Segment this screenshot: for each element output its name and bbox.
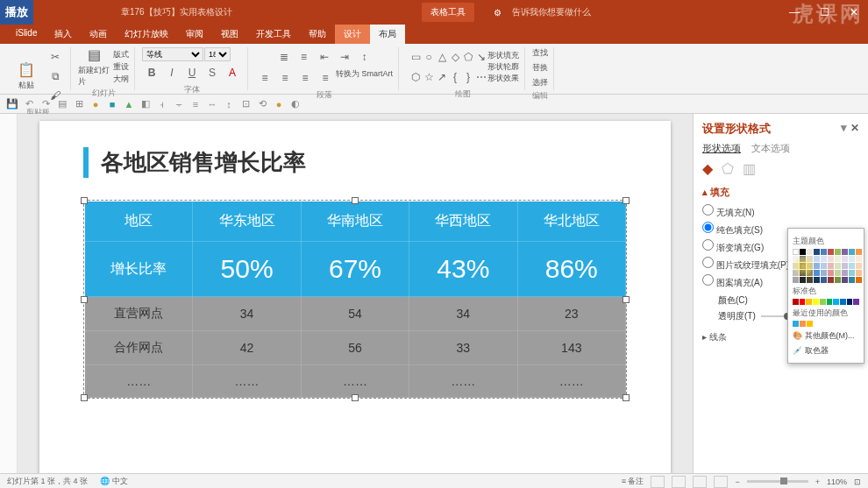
panel-close-icon[interactable]: ✕: [850, 122, 859, 134]
cell[interactable]: 43%: [409, 242, 517, 297]
qat-btn[interactable]: ≡: [189, 97, 203, 111]
shapes-gallery[interactable]: ▭○△◇⬠↘ ⬡☆↗{}⋯: [406, 47, 484, 87]
reset-btn[interactable]: 重设: [113, 60, 129, 73]
italic-icon[interactable]: I: [162, 63, 181, 82]
size-tab-icon[interactable]: ▥: [743, 160, 756, 177]
fill-tab-icon[interactable]: ◆: [702, 160, 713, 177]
tab-text-options[interactable]: 文本选项: [751, 143, 790, 153]
align-center-icon[interactable]: ≡: [275, 68, 295, 88]
tab-shape-options[interactable]: 形状选项: [702, 143, 741, 153]
cell[interactable]: 50%: [193, 242, 301, 297]
qat-btn[interactable]: ●: [272, 97, 286, 111]
col-hdr[interactable]: 地区: [85, 202, 193, 242]
new-slide[interactable]: ▤新建幻灯片: [78, 47, 110, 86]
slide-canvas[interactable]: 各地区销售增长比率 地区 华东地区 华南地区 华西地区 华北地区 增长比率 50: [18, 114, 693, 473]
play-corner[interactable]: 播放: [0, 0, 33, 25]
align-right-icon[interactable]: ≡: [295, 68, 315, 88]
sorter-view-icon[interactable]: [672, 476, 686, 488]
outline-collapsed[interactable]: [0, 114, 18, 473]
underline-icon[interactable]: U: [182, 63, 202, 82]
col-hdr[interactable]: 华南地区: [301, 202, 409, 242]
close-icon[interactable]: ✕: [840, 0, 868, 25]
qat-btn[interactable]: ■: [105, 97, 119, 111]
theme-swatches[interactable]: [793, 249, 859, 283]
ribbon-tab[interactable]: 审阅: [177, 25, 212, 44]
cell[interactable]: ……: [409, 365, 517, 398]
layout-btn[interactable]: 版式: [113, 48, 129, 60]
row-label[interactable]: 增长比率: [85, 242, 193, 297]
select-btn[interactable]: 选择: [532, 77, 548, 88]
zoom-out[interactable]: −: [735, 477, 739, 486]
zoom-level[interactable]: 110%: [827, 477, 847, 486]
contextual-tab-table[interactable]: 表格工具: [422, 3, 474, 22]
align-left-icon[interactable]: ≡: [255, 68, 274, 88]
cell[interactable]: 34: [193, 297, 301, 331]
cell[interactable]: 54: [301, 297, 409, 331]
col-hdr[interactable]: 华西地区: [409, 202, 517, 242]
cell[interactable]: ……: [193, 365, 301, 398]
eyedropper[interactable]: 💉 取色器: [793, 343, 859, 358]
minimize-icon[interactable]: —: [780, 0, 808, 25]
save-icon[interactable]: 💾: [5, 97, 19, 111]
qat-btn[interactable]: ▤: [55, 97, 69, 111]
ribbon-tab-design[interactable]: 设计: [335, 25, 370, 44]
reading-view-icon[interactable]: [693, 476, 707, 488]
copy-button[interactable]: ⧉: [46, 67, 65, 86]
qat-btn[interactable]: ⊡: [238, 97, 253, 111]
language[interactable]: 🌐 中文: [100, 476, 128, 487]
line-spacing-icon[interactable]: ↕: [355, 47, 374, 67]
find-btn[interactable]: 查找: [532, 47, 548, 59]
qat-btn[interactable]: ●: [89, 97, 103, 111]
qat-btn[interactable]: ⫞: [155, 97, 169, 111]
row-label[interactable]: 直营网点: [85, 297, 193, 331]
ribbon-tab[interactable]: 帮助: [300, 25, 335, 44]
cell[interactable]: 33: [409, 331, 517, 365]
cell[interactable]: ……: [517, 365, 625, 398]
normal-view-icon[interactable]: [651, 476, 665, 488]
indent-inc-icon[interactable]: ⇥: [335, 47, 354, 67]
ribbon-tab[interactable]: 插入: [46, 25, 81, 44]
smartart-btn[interactable]: 转换为 SmartArt: [336, 68, 393, 88]
ribbon-tab[interactable]: 视图: [212, 25, 247, 44]
cell[interactable]: 34: [409, 297, 517, 331]
qat-btn[interactable]: ↕: [222, 97, 236, 111]
notes-toggle[interactable]: ≡ 备注: [622, 476, 644, 487]
qat-btn[interactable]: ⫟: [172, 97, 186, 111]
cell[interactable]: 67%: [301, 242, 409, 297]
effects-tab-icon[interactable]: ⬠: [722, 160, 734, 177]
data-table[interactable]: 地区 华东地区 华南地区 华西地区 华北地区 增长比率 50% 67% 43% …: [84, 201, 626, 398]
tell-me[interactable]: 告诉我你想要做什么: [512, 6, 591, 18]
more-colors[interactable]: 🎨 其他颜色(M)...: [793, 329, 859, 343]
standard-swatches[interactable]: [793, 299, 859, 305]
zoom-in[interactable]: +: [815, 477, 820, 486]
undo-icon[interactable]: ↶: [22, 97, 36, 111]
table-selection[interactable]: 地区 华东地区 华南地区 华西地区 华北地区 增长比率 50% 67% 43% …: [83, 200, 627, 399]
row-label[interactable]: 合作网点: [85, 331, 193, 365]
font-color-icon[interactable]: A: [223, 63, 242, 82]
row-label[interactable]: ……: [85, 365, 193, 398]
cell[interactable]: 42: [193, 331, 301, 365]
cell[interactable]: 86%: [517, 242, 625, 297]
indent-dec-icon[interactable]: ⇤: [315, 47, 334, 67]
ribbon-tab[interactable]: 幻灯片放映: [116, 25, 177, 44]
recent-swatches[interactable]: [793, 321, 859, 327]
ribbon-tab[interactable]: 开发工具: [247, 25, 300, 44]
zoom-slider[interactable]: [747, 480, 808, 483]
qat-btn[interactable]: ◐: [288, 97, 302, 111]
strike-icon[interactable]: S: [203, 63, 222, 82]
outline-btn[interactable]: 大纲: [113, 73, 129, 85]
numbering-icon[interactable]: ≡: [295, 47, 314, 67]
fill-none[interactable]: 无填充(N): [702, 204, 859, 219]
col-hdr[interactable]: 华东地区: [193, 202, 301, 242]
qat-btn[interactable]: ⟲: [255, 97, 269, 111]
ribbon-tab[interactable]: 动画: [81, 25, 116, 44]
replace-btn[interactable]: 替换: [532, 62, 548, 74]
col-hdr[interactable]: 华北地区: [517, 202, 625, 242]
font-select[interactable]: 等线: [142, 47, 203, 61]
fill-section[interactable]: ▴ 填充: [702, 186, 859, 199]
size-select[interactable]: 18: [204, 47, 231, 61]
bold-icon[interactable]: B: [142, 63, 161, 82]
shape-effect[interactable]: 形状效果: [487, 73, 519, 84]
paste-button[interactable]: 📋粘贴: [11, 57, 42, 95]
cell[interactable]: 56: [301, 331, 409, 365]
